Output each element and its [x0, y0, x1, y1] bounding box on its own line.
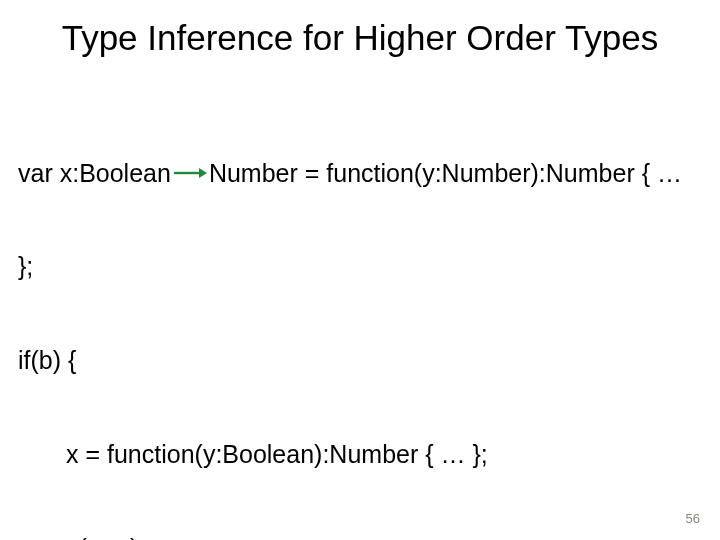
code-text: = function(y:Number):Number { …	[298, 159, 682, 187]
code-block: var x:BooleanNumber = function(y:Number)…	[18, 95, 710, 540]
page-number: 56	[686, 511, 700, 526]
code-line-2: };	[18, 251, 710, 282]
code-line-5: x(true);	[18, 533, 710, 541]
slide: Type Inference for Higher Order Types va…	[0, 0, 720, 540]
code-line-3: if(b) {	[18, 345, 710, 376]
code-text: var x:	[18, 159, 79, 187]
arrow-icon	[173, 166, 207, 180]
new-type: Number	[209, 159, 298, 187]
svg-marker-1	[199, 168, 207, 178]
struck-type: Boolean	[79, 159, 171, 187]
code-line-4: x = function(y:Boolean):Number { … };	[18, 439, 710, 470]
code-line-1: var x:BooleanNumber = function(y:Number)…	[18, 158, 710, 189]
slide-title: Type Inference for Higher Order Types	[0, 18, 720, 58]
